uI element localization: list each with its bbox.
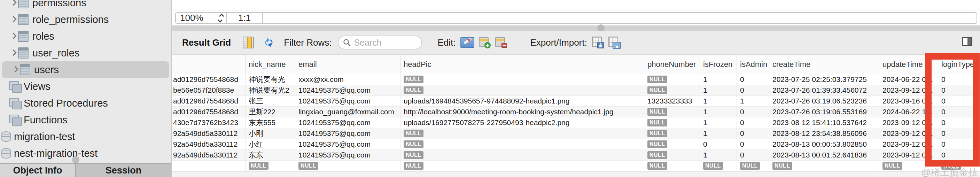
cell-id[interactable]: ad01296d7554868d <box>172 96 245 106</box>
cell-updateTime[interactable]: 2023-09-16 0… <box>879 96 933 106</box>
cell-phoneNumber[interactable]: 13233323333 <box>644 96 700 106</box>
table-row[interactable]: ad01296d7554868d里斯222lingxiao_guang@foxm… <box>172 107 980 117</box>
cell-phoneNumber[interactable]: NULL <box>644 85 700 96</box>
cell-phoneNumber[interactable]: NULL <box>644 150 700 160</box>
sidebar-item-users[interactable]: users <box>2 61 169 78</box>
cell-headPic[interactable]: uploads/1692775078275-227950493-headpic2… <box>401 117 644 128</box>
cell-isAdmin[interactable]: NULL <box>737 161 769 171</box>
column-header-phoneNumber[interactable]: phoneNumber <box>644 55 700 74</box>
table-row[interactable]: 92a549dd5a330112东东1024195375@qq.comNULLN… <box>172 150 980 161</box>
cell-createTime[interactable]: NULL <box>769 161 879 171</box>
cell-nick_name[interactable]: 里斯222 <box>245 107 295 117</box>
cell-headPic[interactable]: NULL <box>401 161 644 171</box>
column-header-email[interactable]: email <box>295 55 401 74</box>
cell-phoneNumber[interactable]: NULL <box>644 128 700 139</box>
cell-email[interactable]: lingxiao_guang@foxmail.com <box>295 107 401 117</box>
column-header-nick_name[interactable]: nick_name <box>245 55 295 74</box>
table-row[interactable]: 92a549dd5a330112小红1024195375@qq.comNULLN… <box>172 139 980 150</box>
tab-session[interactable]: Session <box>76 164 171 177</box>
column-header-isFrozen[interactable]: isFrozen <box>700 55 737 74</box>
cell-updateTime[interactable]: 2023-09-12 0… <box>879 128 933 139</box>
cell-isAdmin[interactable]: 0 <box>737 139 769 150</box>
table-row[interactable]: 92a549dd5a330112小刚1024195375@qq.comNULLN… <box>172 128 980 139</box>
cell-isAdmin[interactable]: 0 <box>737 85 769 96</box>
cell-createTime[interactable]: 2023-08-12 23:54:38.856096 <box>769 128 879 139</box>
cell-loginType[interactable]: 0 <box>933 128 980 139</box>
sidebar-item-roles[interactable]: roles <box>0 28 171 45</box>
cell-isFrozen[interactable]: 1 <box>700 74 737 85</box>
cell-headPic[interactable]: NULL <box>401 128 644 139</box>
filter-search-box[interactable] <box>338 35 422 49</box>
cell-updateTime[interactable]: 2023-09-12 0… <box>879 85 933 96</box>
cell-isFrozen[interactable]: 1 <box>700 107 737 117</box>
search-input[interactable] <box>354 38 413 48</box>
cell-nick_name[interactable]: NULL <box>245 161 295 171</box>
cell-nick_name[interactable]: 神说要有光2 <box>245 85 295 96</box>
cell-isAdmin[interactable]: 0 <box>737 128 769 139</box>
cell-id[interactable]: 92a549dd5a330112 <box>172 150 245 160</box>
cell-nick_name[interactable]: 小红 <box>245 139 295 150</box>
sidebar-item-user_roles[interactable]: user_roles <box>0 45 171 61</box>
cell-phoneNumber[interactable]: NULL <box>644 74 700 85</box>
actual-size-button[interactable]: 1:1 <box>226 12 263 24</box>
cell-nick_name[interactable]: 小刚 <box>245 128 295 139</box>
cell-phoneNumber[interactable]: NULL <box>644 107 700 117</box>
cell-loginType[interactable]: 0 <box>933 150 980 160</box>
cell-email[interactable]: 1024195375@qq.com <box>295 96 401 106</box>
grid-column-icon[interactable] <box>243 37 254 48</box>
edit-record-icon[interactable] <box>460 37 474 48</box>
cell-id[interactable]: 92a549dd5a330112 <box>172 139 245 150</box>
cell-email[interactable]: NULL <box>295 161 401 171</box>
cell-updateTime[interactable]: 2023-09-12 0… <box>879 117 933 128</box>
cell-updateTime[interactable]: 2023-09-12 0… <box>879 150 933 160</box>
cell-loginType[interactable]: 0 <box>933 107 980 117</box>
cell-createTime[interactable]: 2023-07-26 03:19:06.553169 <box>769 107 879 117</box>
cell-id[interactable] <box>172 161 245 171</box>
tab-object-info[interactable]: Object Info <box>0 164 76 177</box>
cell-headPic[interactable]: NULL <box>401 150 644 160</box>
zoom-level-select[interactable]: 100% <box>175 12 227 24</box>
table-row[interactable]: ad01296d7554868d张三1024195375@qq.comuploa… <box>172 96 980 107</box>
cell-email[interactable]: 1024195375@qq.com <box>295 128 401 139</box>
sidebar-item-functions[interactable]: Functions <box>0 112 171 128</box>
cell-updateTime[interactable]: 2024-06-22 0… <box>879 74 933 85</box>
sidebar-item-views[interactable]: Views <box>0 78 171 95</box>
cell-updateTime[interactable]: 2023-09-12 0… <box>879 139 933 150</box>
cell-headPic[interactable]: NULL <box>401 139 644 150</box>
cell-email[interactable]: 1024195375@qq.com <box>295 139 401 150</box>
table-row[interactable]: ad01296d7554868d神说要有光xxxx@xx.comNULLNULL… <box>172 74 980 85</box>
cell-id[interactable]: be56e057f20f883e <box>172 85 245 96</box>
cell-updateTime[interactable]: 2024-06-22 1… <box>879 107 933 117</box>
column-header-id[interactable] <box>172 55 245 74</box>
cell-isFrozen[interactable]: 1 <box>700 96 737 106</box>
cell-isAdmin[interactable]: 1 <box>737 96 769 106</box>
table-row[interactable]: NULLNULLNULLNULLNULLNULLNULLNULLNULL <box>172 161 980 171</box>
cell-nick_name[interactable]: 东东 <box>245 150 295 160</box>
sidebar-resize-handle[interactable] <box>72 156 80 163</box>
cell-isFrozen[interactable]: 0 <box>700 139 737 150</box>
add-row-icon[interactable] <box>479 37 491 48</box>
cell-email[interactable]: 1024195375@qq.com <box>295 117 401 128</box>
sidebar-item-role_permissions[interactable]: role_permissions <box>0 11 171 28</box>
cell-loginType[interactable]: 0 <box>933 85 980 96</box>
cell-headPic[interactable]: NULL <box>401 74 644 85</box>
cell-loginType[interactable]: 0 <box>933 96 980 106</box>
cell-nick_name[interactable]: 神说要有光 <box>245 74 295 85</box>
cell-phoneNumber[interactable]: NULL <box>644 139 700 150</box>
cell-loginType[interactable]: 0 <box>933 117 980 128</box>
cell-createTime[interactable]: 2023-08-13 00:00:53.802850 <box>769 139 879 150</box>
cell-headPic[interactable]: uploads/1694845395657-974488092-headpic1… <box>401 96 644 106</box>
cell-headPic[interactable]: http://localhost:9000/meeting-room-booki… <box>401 107 644 117</box>
cell-createTime[interactable]: 2023-07-26 01:39:33.456072 <box>769 85 879 96</box>
cell-isAdmin[interactable]: 0 <box>737 74 769 85</box>
cell-nick_name[interactable]: 东东555 <box>245 117 295 128</box>
cell-phoneNumber[interactable]: NULL <box>644 161 700 171</box>
cell-email[interactable]: 1024195375@qq.com <box>295 150 401 160</box>
cell-id[interactable]: ad01296d7554868d <box>172 74 245 85</box>
sidebar-item-nest-migration-test[interactable]: nest-migration-test <box>0 145 171 162</box>
cell-isAdmin[interactable]: 0 <box>737 150 769 160</box>
cell-loginType[interactable]: 0 <box>933 74 980 85</box>
column-header-isAdmin[interactable]: isAdmin <box>737 55 769 74</box>
refresh-icon[interactable] <box>263 37 275 48</box>
sidebar-item-permissions[interactable]: permissions <box>0 0 171 11</box>
